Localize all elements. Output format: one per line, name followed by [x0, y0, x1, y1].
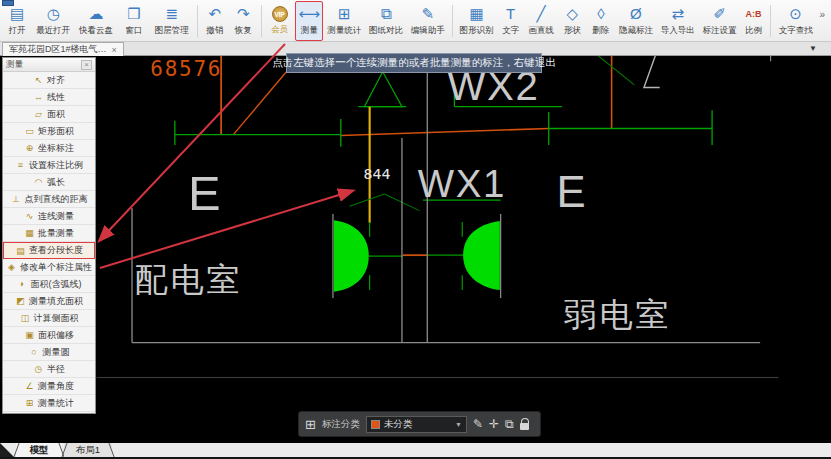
document-tab-close-icon[interactable]: ×	[112, 45, 117, 55]
annotation-class-toolbar: ⊞ 标注分类 未分类 ▼ ✎ ✛ ⧉	[298, 411, 541, 437]
panel-item-rect-area[interactable]: ▭矩形面积	[3, 123, 95, 140]
cad-label-weak-current-room: 弱电室	[564, 296, 671, 333]
panel-item-view-segment-length[interactable]: ▤查看分段长度	[3, 242, 95, 259]
open-button[interactable]: ▤ 打开	[2, 1, 32, 41]
green-device-right[interactable]	[463, 221, 500, 290]
shape-icon: ◇	[567, 6, 579, 23]
cad-drawing: 68576 844 WX1 WX2 E E 配电室 弱电室	[0, 56, 831, 443]
panel-item-batch-measure[interactable]: ▦批量测量	[3, 225, 95, 242]
panel-item-coordinate[interactable]: ⊕坐标标注	[3, 140, 95, 157]
main-toolbar: ▤ 打开 ◷ 最近打开 ☁ 快看云盘 ❒ 窗口 ≣ 图层管理 ↶ 撤销 ↷ 恢复…	[0, 0, 831, 42]
cloud-icon: ☁	[88, 6, 103, 23]
shape-recognition-button[interactable]: ▦ 图形识别	[456, 1, 498, 41]
panel-item-measure-angle[interactable]: ∠测量角度	[3, 378, 95, 395]
orange-horizontal-line	[341, 129, 549, 136]
measure-button[interactable]: ⟷ 测量	[295, 1, 324, 41]
layer-manager-button[interactable]: ≣ 图层管理	[150, 1, 194, 41]
class-color-swatch	[371, 420, 380, 429]
panel-item-area-offset[interactable]: ▣面积偏移	[3, 327, 95, 344]
panel-close-icon[interactable]: ×	[81, 60, 92, 70]
clipped-digit-2	[644, 56, 660, 87]
undo-button[interactable]: ↶ 撤销	[201, 1, 229, 41]
cad-dim-844[interactable]: 844	[364, 165, 391, 183]
edit-assistant-button[interactable]: ✎ 编辑助手	[407, 1, 449, 41]
modify-annotation-icon: ◈	[6, 262, 17, 272]
panel-item-set-scale[interactable]: ≡设置标注比例	[3, 157, 95, 174]
hint-tooltip: 点击左键选择一个连续测量的或者批量测量的标注，右键退出	[286, 53, 542, 73]
window-icon: ❒	[127, 6, 140, 23]
shape-tool-button[interactable]: ◇ 形状	[558, 1, 586, 41]
move-icon[interactable]: ✛	[489, 418, 499, 430]
window-button[interactable]: ❒ 窗口	[118, 1, 150, 41]
redo-icon: ↷	[237, 6, 250, 23]
ratio-icon: A:B	[746, 6, 762, 23]
panel-item-linear[interactable]: ↔线性	[3, 89, 95, 106]
panel-item-radius[interactable]: ◷半径	[3, 361, 95, 378]
tab-layout1[interactable]: 布局1	[64, 443, 112, 457]
sheetbar-corner	[0, 443, 14, 457]
annotation-settings-button[interactable]: ✐ 标注设置	[699, 1, 741, 41]
set-scale-icon: ≡	[15, 160, 26, 170]
folder-open-icon: ▤	[10, 6, 24, 23]
vip-icon: VIP	[272, 6, 288, 22]
area-with-arc-icon: ◗	[17, 279, 28, 289]
edit-annotation-icon[interactable]: ✎	[473, 418, 483, 430]
measure-stats-button[interactable]: ⊞ 测量统计	[323, 1, 365, 41]
delete-button[interactable]: ◊ 删除	[587, 1, 615, 41]
copy-icon[interactable]: ⧉	[505, 418, 514, 430]
panel-item-area-with-arc[interactable]: ◗面积(含弧线)	[3, 276, 95, 293]
cad-label-wx1: WX1	[418, 162, 507, 205]
measure-panel-title: 测量	[6, 59, 23, 71]
panel-item-point-to-line[interactable]: ⊥点到直线的距离	[3, 191, 95, 208]
document-tab-title: 军苑花园D区1#楼电气…	[9, 43, 107, 56]
cad-canvas[interactable]: 68576 844 WX1 WX2 E E 配电室 弱电室	[0, 56, 831, 443]
recent-open-button[interactable]: ◷ 最近打开	[32, 1, 74, 41]
edit-assistant-icon: ✎	[422, 6, 435, 23]
compare-pages-icon: ⧉	[381, 6, 392, 23]
panel-item-side-area[interactable]: ◫计算侧面积	[3, 310, 95, 327]
recent-clock-icon: ◷	[47, 6, 60, 23]
vip-member-button[interactable]: VIP 会员	[265, 1, 295, 41]
toolbar-divider	[770, 5, 771, 37]
search-icon: ⊙	[789, 6, 802, 23]
panel-item-polyline-measure[interactable]: ∿连线测量	[3, 208, 95, 225]
text-tool-button[interactable]: T 文字	[497, 1, 524, 41]
draw-line-button[interactable]: ╱ 画直线	[524, 1, 558, 41]
panel-item-measure-circle[interactable]: ○测量圆	[3, 344, 95, 361]
annotation-class-label: 标注分类	[322, 418, 360, 431]
shape-recognition-icon: ▦	[469, 6, 483, 23]
toolbar-overflow-chevron[interactable]: »	[817, 9, 831, 34]
strip-collapse-icon[interactable]: ▼	[809, 44, 817, 53]
green-device-left[interactable]	[334, 220, 369, 292]
hide-annotations-button[interactable]: Ø 隐藏标注	[615, 1, 657, 41]
text-icon: T	[506, 6, 515, 23]
cad-label-distribution-room: 配电室	[135, 261, 242, 298]
annotation-class-dropdown[interactable]: 未分类 ▼	[366, 416, 467, 433]
cloud-drive-button[interactable]: ☁ 快看云盘	[74, 1, 118, 41]
import-export-button[interactable]: ⇄ 导入导出	[657, 1, 699, 41]
angle-icon: ∠	[24, 381, 35, 391]
annotation-settings-icon: ✐	[713, 6, 726, 23]
batch-measure-icon: ▦	[24, 228, 35, 238]
drawing-compare-button[interactable]: ⧉ 图纸对比	[365, 1, 407, 41]
panel-item-arc-length[interactable]: ◠弧长	[3, 174, 95, 191]
panel-item-fill-area[interactable]: ◩测量填充面积	[3, 293, 95, 310]
lock-icon[interactable]	[520, 423, 529, 430]
scale-button[interactable]: A:B 比例	[740, 1, 767, 41]
area-offset-icon: ▣	[24, 330, 35, 340]
tab-model[interactable]: 模型	[16, 443, 62, 457]
panel-item-modify-annotation[interactable]: ◈修改单个标注属性	[3, 259, 95, 276]
point-to-line-icon: ⊥	[11, 194, 22, 204]
grid-icon[interactable]: ⊞	[305, 417, 316, 432]
linear-icon: ↔	[33, 92, 44, 102]
panel-item-measure-stats[interactable]: ⊞测量统计	[3, 395, 95, 412]
redo-button[interactable]: ↷ 恢复	[229, 1, 257, 41]
document-tab[interactable]: 军苑花园D区1#楼电气… ×	[2, 42, 124, 56]
measure-panel-titlebar[interactable]: 测量 ×	[3, 58, 95, 72]
panel-item-align[interactable]: ↖对齐	[3, 72, 95, 89]
view-segment-icon: ▤	[15, 246, 26, 256]
measure-ruler-icon: ⟷	[298, 6, 320, 23]
panel-item-area[interactable]: ▱面积	[3, 106, 95, 123]
titlebar-remnant-icon	[2, 0, 14, 6]
text-search-button[interactable]: ⊙ 文字查找	[774, 1, 818, 41]
